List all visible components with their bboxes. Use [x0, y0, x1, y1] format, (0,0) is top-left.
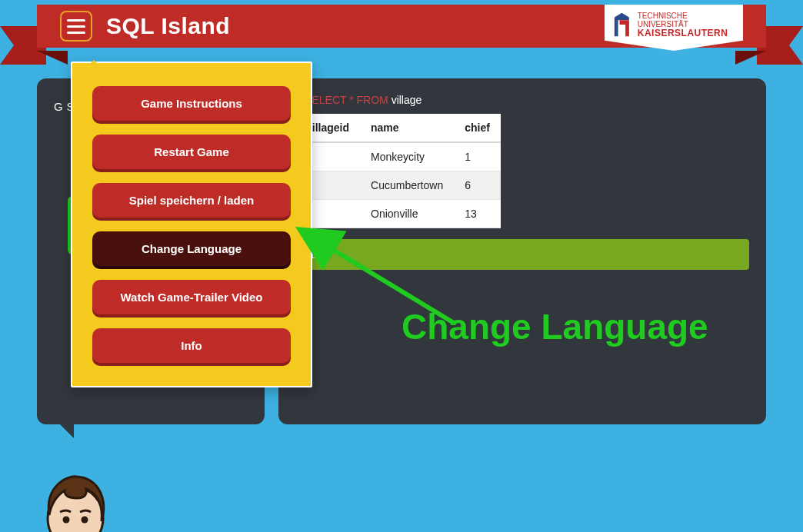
- menu-item-3[interactable]: Change Language: [92, 231, 291, 266]
- menu-dropdown: Game InstructionsRestart GameSpiel speic…: [71, 62, 312, 387]
- university-logo-icon: [612, 12, 631, 38]
- menu-item-1[interactable]: Restart Game: [92, 135, 291, 169]
- cell: 6: [454, 171, 501, 200]
- university-badge: TECHNISCHE UNIVERSITÄT KAISERSLAUTERN: [605, 5, 743, 51]
- menu-item-2[interactable]: Spiel speichern / laden: [92, 183, 291, 218]
- annotation-label: Change Language: [402, 306, 708, 347]
- avatar-icon: [37, 470, 114, 532]
- query-panel: > SELECT * FROM village villageidnamechi…: [278, 78, 766, 424]
- cell: 13: [454, 200, 501, 228]
- app-title: SQL Island: [106, 13, 230, 39]
- result-table: villageidnamechief 1Monkeycity12Cucumber…: [295, 114, 501, 228]
- menu-button[interactable]: [60, 11, 92, 42]
- query-line: > SELECT * FROM village: [295, 94, 749, 106]
- menu-item-0[interactable]: Game Instructions: [92, 86, 291, 121]
- success-bar: ah!: [295, 239, 749, 270]
- table-row: 3Onionville13: [295, 200, 501, 228]
- table-row: 1Monkeycity1: [295, 142, 501, 171]
- svg-point-3: [82, 517, 88, 524]
- col-header: chief: [454, 114, 501, 142]
- menu-item-4[interactable]: Watch Game-Trailer Video: [92, 280, 291, 314]
- cell: Cucumbertown: [360, 171, 454, 200]
- table-row: 2Cucumbertown6: [295, 171, 501, 200]
- svg-point-2: [63, 517, 70, 524]
- cell: Onionville: [360, 200, 454, 228]
- cell: Monkeycity: [360, 142, 454, 171]
- sql-keywords: SELECT * FROM: [305, 94, 388, 106]
- university-line1: TECHNISCHE UNIVERSITÄT: [638, 12, 688, 28]
- menu-item-5[interactable]: Info: [92, 328, 291, 363]
- university-line2: KAISERSLAUTERN: [638, 28, 728, 38]
- cell: 1: [454, 142, 501, 171]
- sql-table: village: [392, 94, 422, 106]
- col-header: name: [360, 114, 454, 142]
